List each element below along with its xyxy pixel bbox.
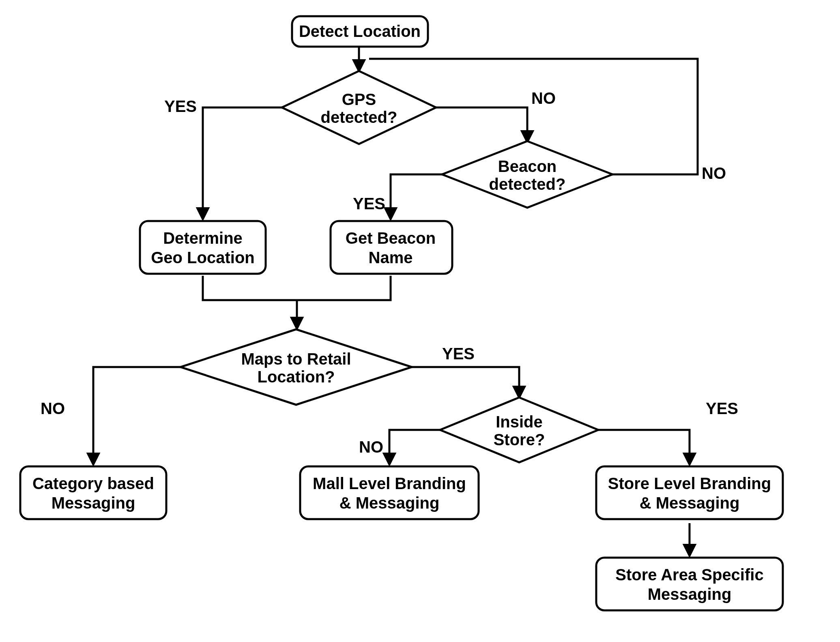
label-gps-no: NO — [531, 89, 556, 107]
edge-inside-no — [389, 430, 442, 464]
text-getbeacon-l1: Get Beacon — [346, 229, 436, 247]
text-geo-l1: Determine — [163, 229, 243, 247]
text-cat-l2: Messaging — [52, 494, 135, 512]
node-category-messaging: Category based Messaging — [20, 466, 166, 519]
node-mall-branding: Mall Level Branding & Messaging — [300, 466, 479, 519]
label-gps-yes: YES — [164, 97, 197, 115]
text-mall-l1: Mall Level Branding — [313, 475, 466, 492]
edge-maps-yes — [410, 367, 519, 397]
label-beacon-no: NO — [702, 164, 726, 182]
text-gps-l1: GPS — [342, 90, 376, 108]
node-maps-retail: Maps to Retail Location? — [180, 329, 412, 405]
edge-inside-yes — [596, 430, 690, 464]
label-inside-no: NO — [359, 438, 383, 456]
node-beacon-detected: Beacon detected? — [442, 141, 612, 208]
label-beacon-yes: YES — [353, 195, 385, 213]
label-inside-yes: YES — [706, 399, 738, 417]
edge-merge-horizontal — [203, 276, 391, 300]
text-area-l2: Messaging — [648, 585, 732, 603]
edge-gps-no — [434, 107, 527, 142]
label-maps-yes: YES — [442, 345, 475, 363]
edge-gps-yes — [203, 107, 284, 219]
label-maps-no: NO — [41, 399, 65, 417]
text-store-l2: & Messaging — [640, 494, 740, 512]
text-cat-l1: Category based — [32, 475, 154, 492]
text-maps-l2: Location? — [257, 368, 335, 386]
text-detect-location: Detect Location — [299, 22, 421, 40]
text-geo-l2: Geo Location — [151, 249, 255, 266]
node-gps-detected: GPS detected? — [282, 71, 436, 144]
text-beacon-l1: Beacon — [498, 157, 557, 175]
edge-beacon-yes — [391, 174, 444, 219]
text-inside-l2: Store? — [494, 431, 545, 449]
edge-maps-no — [93, 367, 180, 464]
node-detect-location: Detect Location — [292, 16, 428, 47]
text-inside-l1: Inside — [496, 413, 543, 431]
text-getbeacon-l2: Name — [369, 249, 413, 266]
node-inside-store: Inside Store? — [440, 397, 598, 462]
text-gps-l2: detected? — [321, 108, 397, 126]
text-beacon-l2: detected? — [489, 175, 566, 193]
node-store-branding: Store Level Branding & Messaging — [596, 466, 783, 519]
text-maps-l1: Maps to Retail — [241, 350, 351, 368]
text-store-l1: Store Level Branding — [608, 475, 771, 492]
flowchart: YES NO NO YES NO YES NO YES Detect Locat… — [0, 0, 840, 642]
text-mall-l2: & Messaging — [339, 494, 440, 512]
node-store-area: Store Area Specific Messaging — [596, 558, 783, 610]
text-area-l1: Store Area Specific — [615, 566, 763, 584]
node-get-beacon: Get Beacon Name — [331, 221, 452, 274]
node-determine-geo: Determine Geo Location — [140, 221, 266, 274]
